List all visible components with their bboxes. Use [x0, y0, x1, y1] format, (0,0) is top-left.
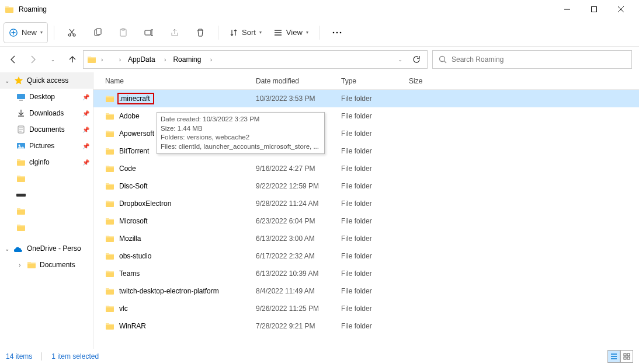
column-header-name[interactable]: Name: [100, 72, 251, 89]
folder-icon: [16, 174, 26, 183]
chevron-down-icon: ⌄: [4, 246, 11, 252]
sidebar-item[interactable]: Downloads 📌: [0, 105, 93, 121]
file-name: Disc-Soft: [119, 182, 148, 190]
svg-point-9: [333, 32, 335, 33]
sidebar-item[interactable]: [0, 187, 93, 203]
minimize-button[interactable]: [554, 0, 581, 19]
file-date: 6/13/2022 10:39 AM: [251, 270, 336, 278]
status-bar: 14 items 1 item selected: [0, 349, 639, 364]
share-button[interactable]: [163, 22, 186, 43]
address-bar[interactable]: › › AppData › Roaming › ⌄: [83, 50, 428, 69]
back-button[interactable]: [7, 54, 19, 65]
pin-icon: 📌: [82, 159, 89, 166]
svg-rect-18: [16, 194, 26, 197]
file-type: File folder: [336, 147, 404, 155]
sidebar-item-label: Pictures: [29, 142, 54, 150]
plus-icon: [9, 28, 18, 37]
file-type: File folder: [336, 130, 404, 138]
folder-icon: [105, 164, 114, 173]
breadcrumb-item[interactable]: AppData ›: [126, 55, 168, 64]
sidebar-item[interactable]: [0, 219, 93, 236]
file-type: File folder: [336, 112, 404, 120]
column-header-date[interactable]: Date modified: [251, 72, 336, 89]
breadcrumb-item[interactable]: ›: [107, 55, 123, 64]
file-row[interactable]: Code 9/16/2022 4:27 PM File folder: [93, 160, 639, 177]
folder-icon: [105, 304, 114, 313]
file-row[interactable]: obs-studio 6/17/2022 2:32 AM File folder: [93, 247, 639, 265]
svg-rect-19: [624, 354, 626, 356]
sidebar-item[interactable]: clginfo 📌: [0, 154, 93, 170]
sidebar-item[interactable]: [0, 170, 93, 187]
file-row[interactable]: WinRAR 7/28/2022 9:21 PM File folder: [93, 317, 639, 335]
delete-button[interactable]: [189, 22, 212, 43]
sort-button[interactable]: Sort ▾: [224, 22, 266, 43]
breadcrumb-item[interactable]: ›: [99, 57, 105, 63]
file-row[interactable]: .minecraft 10/3/2022 3:53 PM File folder: [93, 90, 639, 107]
cut-button[interactable]: [60, 22, 84, 43]
sidebar-item[interactable]: › Documents: [0, 257, 93, 273]
file-row[interactable]: Microsoft 6/23/2022 6:04 PM File folder: [93, 212, 639, 230]
device-icon: [16, 190, 26, 200]
file-name: BitTorrent: [119, 147, 149, 155]
recent-dropdown[interactable]: ⌄: [47, 54, 58, 65]
maximize-button[interactable]: [581, 0, 607, 19]
sidebar-item[interactable]: Documents 📌: [0, 121, 93, 138]
more-button[interactable]: [325, 22, 349, 43]
column-header-size[interactable]: Size: [404, 72, 451, 89]
share-icon: [170, 28, 179, 37]
file-type: File folder: [336, 235, 404, 243]
pin-icon: 📌: [82, 110, 89, 117]
file-row[interactable]: DropboxElectron 9/28/2022 11:24 AM File …: [93, 195, 639, 212]
file-date: 9/16/2022 4:27 PM: [251, 164, 336, 173]
onedrive-item[interactable]: ⌄ OneDrive - Perso: [0, 240, 93, 257]
new-label: New: [22, 28, 37, 37]
file-row[interactable]: Teams 6/13/2022 10:39 AM File folder: [93, 265, 639, 282]
new-button[interactable]: New ▾: [4, 22, 48, 43]
view-button[interactable]: View ▾: [269, 22, 313, 43]
folder-icon: [105, 111, 114, 121]
chevron-down-icon: ⌄: [4, 78, 11, 84]
copy-button[interactable]: [86, 22, 109, 43]
file-row[interactable]: Disc-Soft 9/22/2022 12:59 PM File folder: [93, 177, 639, 195]
thumbnails-view-button[interactable]: [620, 350, 633, 363]
rename-button[interactable]: [137, 22, 161, 43]
file-row[interactable]: twitch-desktop-electron-platform 8/4/202…: [93, 282, 639, 300]
folder-icon: [105, 129, 114, 138]
paste-button[interactable]: [112, 22, 135, 43]
refresh-button[interactable]: [409, 52, 423, 66]
sort-icon: [229, 28, 238, 37]
quick-access-header[interactable]: ⌄ Quick access: [0, 72, 93, 89]
file-date: 6/13/2022 3:00 AM: [251, 235, 336, 243]
more-icon: [332, 28, 342, 37]
svg-rect-5: [96, 29, 101, 34]
cloud-icon: [14, 244, 23, 253]
file-date: 7/28/2022 9:21 PM: [251, 322, 336, 330]
sidebar-item[interactable]: Desktop 📌: [0, 89, 93, 105]
file-type: File folder: [336, 94, 404, 103]
file-type: File folder: [336, 164, 404, 173]
column-header-type[interactable]: Type: [336, 72, 404, 89]
forward-button[interactable]: [27, 54, 39, 65]
pin-icon: 📌: [82, 143, 89, 149]
folder-icon: [105, 286, 114, 296]
up-button[interactable]: [67, 54, 78, 65]
file-name: obs-studio: [119, 252, 151, 260]
file-type: File folder: [336, 252, 404, 260]
file-name: DropboxElectron: [119, 200, 171, 208]
svg-rect-14: [19, 100, 23, 101]
close-button[interactable]: [607, 0, 634, 19]
file-row[interactable]: Mozilla 6/13/2022 3:00 AM File folder: [93, 230, 639, 247]
details-view-button[interactable]: [607, 350, 620, 363]
file-name: Adobe: [119, 112, 140, 120]
sidebar-item-label: clginfo: [29, 158, 50, 166]
view-label: View: [286, 28, 303, 37]
file-row[interactable]: vlc 9/26/2022 11:25 PM File folder: [93, 300, 639, 317]
search-box[interactable]: [432, 50, 632, 69]
search-input[interactable]: [452, 55, 626, 64]
folder-icon: [105, 251, 114, 261]
breadcrumb-item[interactable]: Roaming ›: [171, 55, 214, 64]
sidebar-item[interactable]: Pictures 📌: [0, 138, 93, 154]
sidebar-item[interactable]: [0, 203, 93, 219]
file-type: File folder: [336, 322, 404, 330]
history-dropdown[interactable]: ⌄: [393, 52, 407, 66]
